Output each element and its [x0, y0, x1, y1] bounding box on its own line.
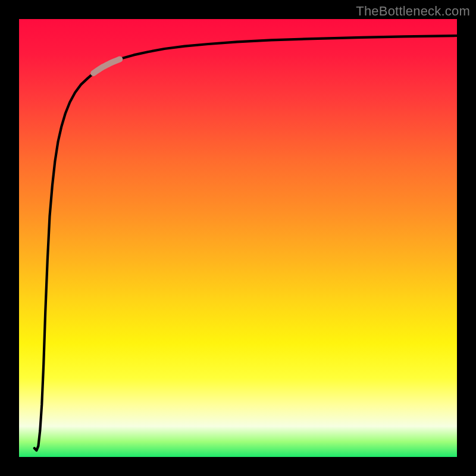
bottleneck-curve: [35, 36, 457, 450]
watermark-text: TheBottleneck.com: [356, 4, 470, 19]
chart-frame: TheBottleneck.com: [0, 0, 476, 476]
curve-layer: [19, 19, 457, 457]
curve-highlight: [93, 60, 120, 74]
